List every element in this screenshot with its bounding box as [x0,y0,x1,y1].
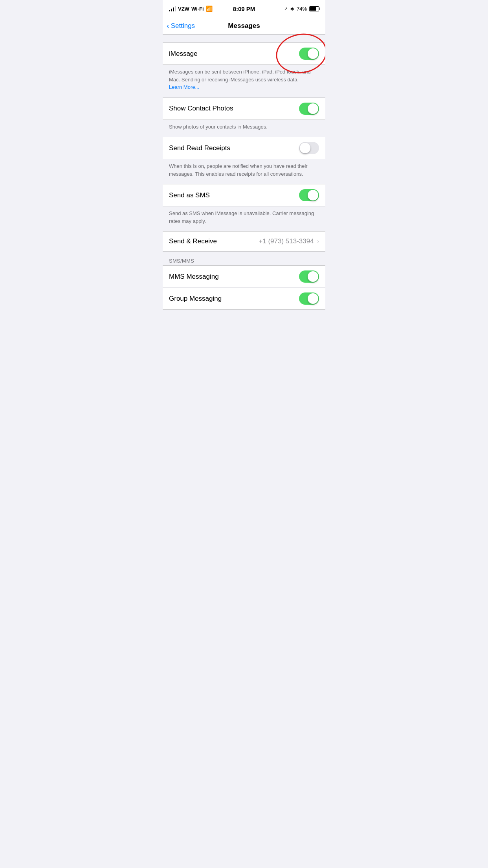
show-contact-photos-group: Show Contact Photos [163,97,325,120]
imessage-learn-more[interactable]: Learn More... [169,84,199,90]
back-button[interactable]: ‹ Settings [167,22,195,30]
send-as-sms-description-text: Send as SMS when iMessage is unavailable… [169,210,314,224]
send-read-receipts-row: Send Read Receipts [163,137,325,159]
imessage-toggle-wrapper [299,48,319,60]
show-contact-photos-toggle[interactable] [299,103,319,115]
group-messaging-toggle[interactable] [299,292,319,305]
send-as-sms-toggle[interactable] [299,189,319,201]
show-contact-photos-row: Show Contact Photos [163,98,325,120]
signal-bars [169,6,176,11]
imessage-row: iMessage [163,43,325,64]
show-contact-photos-toggle-knob [308,103,318,114]
imessage-description-text: iMessages can be sent between iPhone, iP… [169,69,311,83]
signal-bar-2 [171,9,172,11]
mms-messaging-label: MMS Messaging [169,273,219,281]
spacer-sms-mms: SMS/MMS [163,252,325,265]
battery-icon [309,6,319,11]
show-contact-photos-description: Show photos of your contacts in Messages… [163,120,325,137]
send-read-receipts-toggle-knob [300,143,310,153]
sms-mms-section-label: SMS/MMS [163,252,325,267]
page-title: Messages [228,22,260,30]
nav-bar: ‹ Settings Messages [163,17,325,35]
bluetooth-icon: ∗ [290,6,294,12]
battery-container [309,6,319,11]
back-chevron-icon: ‹ [167,22,169,29]
send-as-sms-group: Send as SMS [163,184,325,206]
send-as-sms-row: Send as SMS [163,184,325,206]
imessage-toggle[interactable] [299,48,319,60]
imessage-toggle-knob [308,48,318,59]
network-label: Wi-Fi [191,6,204,12]
settings-content: iMessage iMessages can be sent between i… [163,35,325,310]
mms-messaging-toggle[interactable] [299,270,319,283]
status-left: VZW Wi-Fi 📶 [169,6,213,12]
battery-percent: 74% [297,6,307,12]
send-as-sms-description: Send as SMS when iMessage is unavailable… [163,206,325,231]
group-messaging-label: Group Messaging [169,295,222,303]
group-messaging-row: Group Messaging [163,288,325,309]
location-icon: ↗ [284,6,288,11]
send-receive-label: Send & Receive [169,237,217,245]
send-read-receipts-group: Send Read Receipts [163,137,325,159]
show-contact-photos-description-text: Show photos of your contacts in Messages… [169,124,268,130]
send-receive-value-container: +1 (973) 513-3394 › [259,237,319,245]
wifi-icon: 📶 [206,6,213,12]
mms-messaging-row: MMS Messaging [163,266,325,288]
signal-bar-3 [173,7,174,11]
signal-bar-1 [169,10,170,11]
mms-messaging-toggle-knob [308,271,318,282]
imessage-label: iMessage [169,50,198,58]
send-read-receipts-label: Send Read Receipts [169,144,230,152]
carrier-label: VZW [178,6,189,12]
send-as-sms-label: Send as SMS [169,191,210,199]
send-receive-value: +1 (973) 513-3394 [259,237,314,245]
battery-fill [310,7,316,11]
send-read-receipts-description-text: When this is on, people are notified whe… [169,163,308,177]
signal-bar-4 [175,6,176,11]
status-time: 8:09 PM [233,6,255,12]
back-label: Settings [171,22,195,30]
send-read-receipts-toggle[interactable] [299,142,319,154]
spacer-1 [163,35,325,42]
imessage-description: iMessages can be sent between iPhone, iP… [163,65,325,97]
show-contact-photos-label: Show Contact Photos [169,105,233,112]
sms-mms-group: MMS Messaging Group Messaging [163,265,325,310]
status-bar: VZW Wi-Fi 📶 8:09 PM ↗ ∗ 74% [163,0,325,17]
send-read-receipts-description: When this is on, people are notified whe… [163,159,325,184]
send-receive-chevron-icon: › [317,238,319,245]
status-right: ↗ ∗ 74% [284,6,319,12]
send-receive-row[interactable]: Send & Receive +1 (973) 513-3394 › [163,232,325,251]
send-as-sms-toggle-knob [308,190,318,200]
imessage-group: iMessage [163,42,325,65]
send-receive-group: Send & Receive +1 (973) 513-3394 › [163,231,325,252]
group-messaging-toggle-knob [308,293,318,304]
